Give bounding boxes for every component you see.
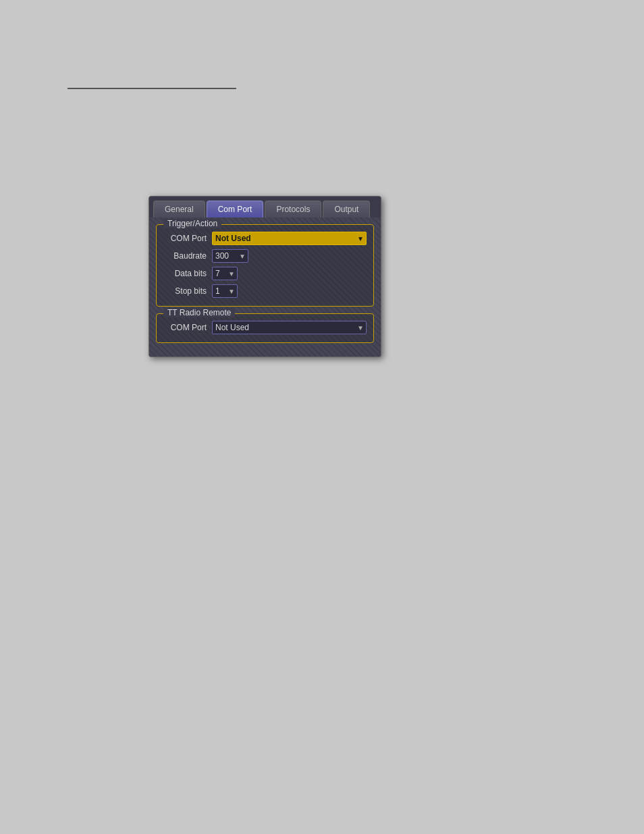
databits-row: Data bits 7 8 ▼ xyxy=(163,267,367,280)
ttradio-comport-select[interactable]: Not Used COM1 COM2 COM3 COM4 xyxy=(212,321,367,334)
stopbits-select[interactable]: 1 2 xyxy=(212,284,238,298)
ttradio-comport-row: COM Port Not Used COM1 COM2 COM3 COM4 ▼ xyxy=(163,321,367,334)
ttradio-comport-wrapper: Not Used COM1 COM2 COM3 COM4 ▼ xyxy=(212,321,367,334)
stopbits-wrapper: 1 2 ▼ xyxy=(212,284,238,298)
stopbits-label: Stop bits xyxy=(163,286,212,296)
databits-select[interactable]: 7 8 xyxy=(212,267,238,280)
ttradio-label: TT Radio Remote xyxy=(163,308,235,317)
baudrate-label: Baudrate xyxy=(163,251,212,261)
trigger-action-label: Trigger/Action xyxy=(163,219,221,228)
trigger-comport-wrapper: Not Used COM1 COM2 COM3 COM4 ▼ xyxy=(212,232,367,245)
dialog-body: Trigger/Action COM Port Not Used COM1 CO… xyxy=(149,217,381,357)
ttradio-comport-label: COM Port xyxy=(163,323,212,332)
databits-label: Data bits xyxy=(163,269,212,278)
trigger-comport-label: COM Port xyxy=(163,234,212,243)
baudrate-row: Baudrate 300 1200 2400 4800 9600 19200 ▼ xyxy=(163,249,367,263)
trigger-comport-row: COM Port Not Used COM1 COM2 COM3 COM4 ▼ xyxy=(163,232,367,245)
baudrate-select[interactable]: 300 1200 2400 4800 9600 19200 xyxy=(212,249,248,263)
tab-general[interactable]: General xyxy=(153,201,205,217)
stopbits-row: Stop bits 1 2 ▼ xyxy=(163,284,367,298)
tab-output[interactable]: Output xyxy=(323,201,370,217)
trigger-comport-select[interactable]: Not Used COM1 COM2 COM3 COM4 xyxy=(212,232,367,245)
databits-wrapper: 7 8 ▼ xyxy=(212,267,238,280)
tab-bar: General Com Port Protocols Output xyxy=(149,197,381,217)
horizontal-divider xyxy=(68,88,236,89)
tab-comport[interactable]: Com Port xyxy=(207,201,264,217)
baudrate-wrapper: 300 1200 2400 4800 9600 19200 ▼ xyxy=(212,249,248,263)
trigger-action-section: Trigger/Action COM Port Not Used COM1 CO… xyxy=(156,224,374,307)
tab-protocols[interactable]: Protocols xyxy=(265,201,321,217)
ttradio-section: TT Radio Remote COM Port Not Used COM1 C… xyxy=(156,313,374,343)
settings-dialog: General Com Port Protocols Output Trigge… xyxy=(149,196,381,357)
